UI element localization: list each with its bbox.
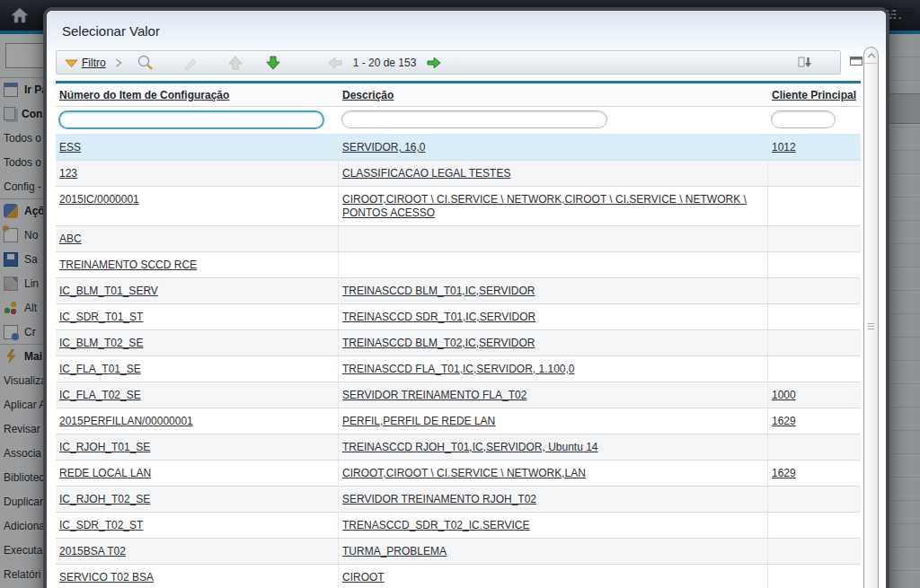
- cell-numero-link[interactable]: IC_SDR_T01_ST: [59, 311, 143, 323]
- column-header-descricao[interactable]: Descrição: [339, 83, 768, 106]
- cell-descricao-link[interactable]: TREINASCCD SDR_T01,IC,SERVIDOR: [342, 311, 535, 323]
- filter-link[interactable]: Filtro: [82, 57, 106, 69]
- search-icon[interactable]: [137, 55, 154, 71]
- next-page-icon[interactable]: [427, 57, 441, 69]
- cell-numero: ABC: [56, 226, 339, 251]
- cell-numero-link[interactable]: TREINAMENTO SCCD RCE: [59, 259, 197, 271]
- cell-descricao-link[interactable]: SERVIDOR, 16,0: [342, 141, 425, 154]
- cell-numero-link[interactable]: ABC: [59, 233, 82, 245]
- table-row: SERVICO T02 BSACIROOT: [56, 565, 861, 588]
- cell-descricao-link[interactable]: TREINASCCD RJOH_T01,IC,SERVIDOR, Ubuntu …: [342, 441, 598, 453]
- cell-numero-link[interactable]: IC_BLM_T02_SE: [59, 337, 143, 349]
- cell-descricao: SERVIDOR, 16,0: [339, 135, 768, 160]
- table-row: TREINAMENTO SCCD RCE: [56, 252, 861, 278]
- scrollbar-grip: [868, 321, 874, 331]
- cell-cliente: [768, 434, 861, 460]
- cell-numero-link[interactable]: IC_SDR_T02_ST: [59, 519, 143, 531]
- cell-numero-link[interactable]: IC_RJOH_T01_SE: [59, 441, 150, 453]
- cell-cliente-link[interactable]: 1629: [772, 467, 796, 479]
- cell-cliente: [768, 187, 861, 225]
- cell-numero-link[interactable]: 123: [59, 167, 77, 180]
- cell-descricao: TREINASCCD RJOH_T01,IC,SERVIDOR, Ubuntu …: [339, 434, 768, 460]
- cell-descricao-link[interactable]: CIROOT,CIROOT \ CI.SERVICE \ NETWORK,CIR…: [342, 193, 747, 219]
- filter-toggle-icon[interactable]: [65, 57, 78, 68]
- cell-numero-link[interactable]: 2015BSA T02: [59, 545, 126, 557]
- cell-numero: IC_BLM_T01_SERV: [56, 278, 339, 303]
- cell-cliente-link[interactable]: 1012: [772, 141, 796, 154]
- cell-cliente: [768, 487, 861, 512]
- dialog-scrollbar[interactable]: [863, 47, 879, 588]
- cell-numero-link[interactable]: IC_RJOH_T02_SE: [59, 493, 150, 505]
- cell-numero: ESS: [56, 135, 339, 160]
- cell-descricao: PERFIL,PERFIL DE REDE LAN: [339, 408, 768, 434]
- filter-input-numero[interactable]: [58, 110, 324, 129]
- column-header-numero[interactable]: Número do Item de Configuração: [56, 83, 339, 106]
- table-row: IC_BLM_T01_SERVTREINASCCD BLM_T01,IC,SER…: [56, 278, 861, 304]
- cell-cliente-link[interactable]: 1629: [772, 415, 796, 427]
- cell-descricao-link[interactable]: TREINASCCD BLM_T01,IC,SERVIDOR: [342, 285, 535, 297]
- cell-cliente: [768, 356, 861, 382]
- cell-descricao-link[interactable]: TREINASCCD FLA_T01,IC,SERVIDOR, 1.100,0: [342, 363, 575, 375]
- dialog-title: Selecionar Valor: [62, 23, 160, 39]
- cell-cliente: 1012: [768, 135, 861, 160]
- filter-input-cliente[interactable]: [771, 110, 836, 128]
- cell-numero-link[interactable]: IC_BLM_T01_SERV: [59, 285, 158, 297]
- cell-cliente: [768, 513, 861, 538]
- cell-numero: IC_BLM_T02_SE: [56, 330, 339, 355]
- table-row: IC_FLA_T01_SETREINASCCD FLA_T01,IC,SERVI…: [56, 356, 861, 382]
- cell-cliente: [768, 330, 861, 355]
- cell-numero-link[interactable]: IC_FLA_T01_SE: [59, 363, 141, 375]
- cell-descricao-link[interactable]: TURMA_PROBLEMA: [342, 545, 447, 557]
- cell-descricao: SERVIDOR TREINAMENTO FLA_T02: [339, 382, 768, 408]
- cell-descricao: CIROOT: [339, 565, 768, 588]
- table-header-row: Número do Item de Configuração Descrição…: [56, 83, 861, 107]
- scrollbar-up-icon[interactable]: [864, 48, 878, 64]
- cell-cliente: [768, 278, 861, 303]
- cell-descricao: TREINASCCD FLA_T01,IC,SERVIDOR, 1.100,0: [339, 356, 768, 382]
- table-row: IC_SDR_T02_STTRENASCCD_SDR_T02_IC.SERVIC…: [56, 513, 861, 539]
- cell-descricao-link[interactable]: TRENASCCD_SDR_T02_IC.SERVICE: [342, 519, 530, 531]
- table-row: IC_SDR_T01_STTREINASCCD SDR_T01,IC,SERVI…: [56, 304, 861, 330]
- previous-row-icon: [227, 56, 243, 70]
- next-row-icon[interactable]: [265, 56, 281, 70]
- cell-numero: TREINAMENTO SCCD RCE: [56, 252, 339, 277]
- table-row: ABC: [56, 226, 861, 252]
- cell-descricao-link[interactable]: CIROOT: [342, 571, 385, 584]
- cell-descricao-link[interactable]: TREINASCCD BLM_T02,IC,SERVIDOR: [342, 337, 535, 349]
- table-row: 2015BSA T02TURMA_PROBLEMA: [56, 539, 861, 565]
- cell-descricao-link[interactable]: CIROOT,CIROOT \ CI.SERVICE \ NETWORK,LAN: [342, 467, 586, 479]
- lookup-table: Número do Item de Configuração Descrição…: [56, 81, 854, 588]
- restore-dialog-icon[interactable]: [850, 53, 862, 69]
- filter-input-descricao[interactable]: [341, 110, 607, 128]
- table-row: IC_BLM_T02_SETREINASCCD BLM_T02,IC,SERVI…: [56, 330, 861, 356]
- cell-descricao-link[interactable]: CLASSIFICACAO LEGAL TESTES: [342, 167, 510, 180]
- cell-descricao: TURMA_PROBLEMA: [339, 539, 768, 564]
- table-row: REDE LOCAL LANCIROOT,CIROOT \ CI.SERVICE…: [56, 461, 861, 487]
- cell-numero: IC_SDR_T01_ST: [56, 304, 339, 329]
- cell-descricao-link[interactable]: SERVIDOR TREINAMENTO RJOH_T02: [342, 493, 536, 505]
- cell-numero-link[interactable]: SERVICO T02 BSA: [59, 571, 154, 584]
- cell-numero-link[interactable]: IC_FLA_T02_SE: [59, 389, 141, 401]
- cell-descricao: CLASSIFICACAO LEGAL TESTES: [339, 161, 768, 186]
- cell-numero-link[interactable]: 2015PERFILLAN/00000001: [59, 415, 193, 427]
- table-row: 123CLASSIFICACAO LEGAL TESTES: [56, 161, 861, 187]
- cell-descricao: CIROOT,CIROOT \ CI.SERVICE \ NETWORK,LAN: [339, 461, 768, 486]
- cell-numero-link[interactable]: REDE LOCAL LAN: [59, 467, 151, 479]
- dialog-toolbar: Filtro: [56, 50, 841, 75]
- cell-numero: IC_RJOH_T02_SE: [56, 487, 339, 512]
- cell-numero-link[interactable]: ESS: [59, 141, 81, 154]
- table-row: ESSSERVIDOR, 16,01012: [56, 135, 861, 161]
- cell-cliente-link[interactable]: 1000: [772, 389, 796, 401]
- table-row: 2015IC/0000001CIROOT,CIROOT \ CI.SERVICE…: [56, 187, 861, 226]
- cell-numero: REDE LOCAL LAN: [56, 461, 339, 486]
- cell-descricao-link[interactable]: SERVIDOR TREINAMENTO FLA_T02: [342, 389, 526, 401]
- cell-numero-link[interactable]: 2015IC/0000001: [59, 193, 139, 206]
- previous-page-icon: [328, 57, 342, 69]
- cell-numero: 2015IC/0000001: [56, 187, 339, 225]
- cell-descricao: TREINASCCD SDR_T01,IC,SERVIDOR: [339, 304, 768, 329]
- download-icon[interactable]: [798, 56, 814, 69]
- cell-numero: 2015PERFILLAN/00000001: [56, 408, 339, 434]
- cell-numero: 2015BSA T02: [56, 539, 339, 564]
- column-header-cliente[interactable]: Cliente Principal: [768, 83, 861, 106]
- cell-descricao-link[interactable]: PERFIL,PERFIL DE REDE LAN: [342, 415, 495, 427]
